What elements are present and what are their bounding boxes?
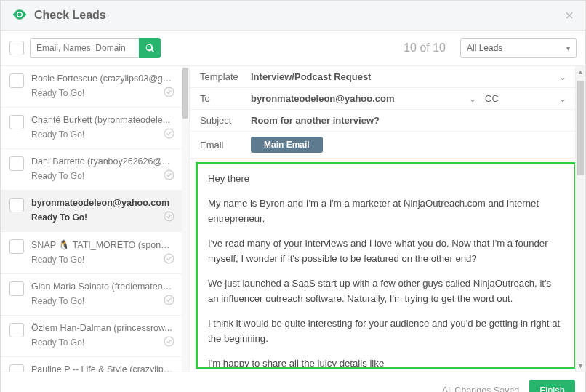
lead-status: Ready To Go! (31, 129, 84, 140)
lead-row[interactable]: SNAP 🐧 TATI_MORETO (sponge...Ready To Go… (1, 232, 182, 274)
lead-status-row: Ready To Go! (31, 253, 174, 266)
lead-info: SNAP 🐧 TATI_MORETO (sponge...Ready To Go… (31, 239, 174, 266)
lead-info: Chanté Burkett (byronmateodele...Ready T… (31, 115, 174, 141)
email-paragraph: Hey there (208, 172, 564, 186)
lead-name: Dani Barretto (ryanboy262626@... (31, 156, 174, 167)
lead-info: Gian Maria Sainato (frediemateo1...Ready… (31, 281, 174, 308)
lead-name: Chanté Burkett (byronmateodele... (31, 115, 174, 125)
email-paragraph: I've read many of your interviews and I … (208, 236, 564, 266)
lead-row[interactable]: Gian Maria Sainato (frediemateo1...Ready… (1, 274, 182, 316)
email-row: Email Main Email (190, 132, 585, 159)
email-body[interactable]: Hey thereMy name is Byron and I'm a I'm … (196, 162, 577, 369)
to-value: byronmateodeleon@yahoo.com (251, 93, 460, 104)
search-button[interactable] (139, 38, 161, 58)
lead-row[interactable]: byronmateodeleon@yahoo.comReady To Go! (1, 191, 182, 232)
template-label: Template (200, 71, 251, 82)
lead-checkbox[interactable] (9, 115, 24, 129)
lead-status-row: Ready To Go! (31, 169, 174, 183)
save-status: All Changes Saved (442, 385, 519, 393)
eye-icon (12, 9, 27, 22)
detail-scrollbar[interactable]: ▲ ▼ (575, 66, 585, 372)
lead-row[interactable]: Dani Barretto (ryanboy262626@...Ready To… (1, 149, 182, 191)
detail-pane: Template Interview/Podcast Request ⌄ To … (190, 66, 585, 372)
lead-info: Rosie Fortescue (crazylips03@gm...Ready … (31, 73, 174, 100)
lead-name: Rosie Fortescue (crazylips03@gm... (31, 73, 174, 84)
lead-status-row: Ready To Go! (31, 295, 174, 308)
to-dropdown-icon[interactable]: ⌄ (460, 94, 485, 104)
check-circle-icon (164, 295, 174, 308)
subject-row: Subject Room for another interview? (190, 110, 585, 132)
lead-checkbox[interactable] (9, 198, 24, 212)
lead-checkbox[interactable] (9, 73, 24, 88)
lead-list-wrap: Rosie Fortescue (crazylips03@gm...Ready … (1, 66, 190, 372)
lead-checkbox[interactable] (9, 323, 24, 337)
lead-checkbox[interactable] (9, 281, 24, 296)
caret-down-icon: ▾ (566, 44, 570, 52)
result-counter: 10 of 10 (404, 41, 446, 55)
lead-name: SNAP 🐧 TATI_MORETO (sponge... (31, 239, 174, 250)
scroll-up-icon[interactable]: ▲ (577, 66, 584, 78)
email-paragraph: My name is Byron and I'm a I'm a markete… (208, 196, 564, 226)
lead-name: Gian Maria Sainato (frediemateo1... (31, 281, 174, 292)
lead-status: Ready To Go! (31, 255, 84, 265)
email-paragraph: We just launched a SaaS start up with a … (208, 276, 564, 306)
lead-row[interactable]: Pauline P -- Life & Style (crazylips... (1, 357, 182, 372)
detail-rows: Template Interview/Podcast Request ⌄ To … (190, 66, 585, 159)
lead-status: Ready To Go! (31, 171, 84, 181)
lead-name: Pauline P -- Life & Style (crazylips... (31, 364, 174, 372)
list-scrollbar[interactable] (182, 66, 189, 372)
close-icon[interactable]: × (565, 8, 574, 23)
cc-dropdown-icon[interactable]: ⌄ (550, 94, 575, 104)
lead-row[interactable]: Özlem Han-Dalman (princessrow...Ready To… (1, 316, 182, 357)
toolbar: 10 of 10 All Leads ▾ (1, 31, 585, 66)
email-paragraph: I think it would be quite interesting fo… (208, 316, 564, 346)
lead-status: Ready To Go! (31, 88, 84, 98)
template-value: Interview/Podcast Request (251, 71, 550, 82)
check-circle-icon (164, 336, 174, 349)
check-circle-icon (164, 128, 174, 141)
lead-checkbox[interactable] (9, 364, 24, 372)
email-badge-wrap: Main Email (251, 137, 575, 153)
lead-checkbox[interactable] (9, 156, 24, 171)
lead-info: Pauline P -- Life & Style (crazylips... (31, 364, 174, 372)
check-leads-modal: Check Leads × 10 of 10 All Leads ▾ Rosie… (0, 0, 586, 392)
lead-status-row: Ready To Go! (31, 211, 174, 224)
lead-checkbox[interactable] (9, 239, 24, 254)
email-label: Email (200, 140, 251, 151)
main-email-badge[interactable]: Main Email (251, 137, 323, 153)
check-circle-icon (164, 211, 174, 224)
lead-status-row: Ready To Go! (31, 336, 174, 349)
subject-value: Room for another interview? (251, 115, 575, 126)
check-circle-icon (164, 87, 174, 100)
scrollbar-track (182, 66, 189, 372)
finish-button[interactable]: Finish (529, 380, 575, 392)
template-row: Template Interview/Podcast Request ⌄ (190, 66, 585, 88)
lead-row[interactable]: Rosie Fortescue (crazylips03@gm...Ready … (1, 66, 182, 108)
lead-name: Özlem Han-Dalman (princessrow... (31, 323, 174, 333)
scrollbar-track (576, 78, 585, 360)
lead-list[interactable]: Rosie Fortescue (crazylips03@gm...Ready … (1, 66, 182, 372)
search-input[interactable] (30, 38, 139, 58)
footer: All Changes Saved Finish (1, 372, 585, 392)
lead-row[interactable]: Chanté Burkett (byronmateodele...Ready T… (1, 108, 182, 149)
lead-status: Ready To Go! (31, 296, 84, 306)
lead-status: Ready To Go! (31, 212, 87, 223)
lead-name: byronmateodeleon@yahoo.com (31, 198, 174, 208)
modal-title: Check Leads (34, 9, 565, 22)
search-wrap (30, 38, 161, 58)
scroll-down-icon[interactable]: ▼ (577, 360, 584, 372)
select-all-checkbox[interactable] (9, 41, 24, 55)
modal-header: Check Leads × (1, 1, 585, 31)
lead-info: Dani Barretto (ryanboy262626@...Ready To… (31, 156, 174, 183)
cc-label: CC (485, 93, 550, 104)
email-paragraph: I'm happy to share all the juicy details… (208, 356, 564, 369)
subject-label: Subject (200, 115, 251, 126)
lead-info: byronmateodeleon@yahoo.comReady To Go! (31, 198, 174, 224)
template-dropdown-icon[interactable]: ⌄ (550, 72, 575, 82)
filter-selected-label: All Leads (467, 43, 502, 53)
lead-status-row: Ready To Go! (31, 128, 174, 141)
scrollbar-thumb[interactable] (577, 81, 584, 175)
filter-dropdown[interactable]: All Leads ▾ (460, 38, 577, 58)
modal-body: Rosie Fortescue (crazylips03@gm...Ready … (1, 66, 585, 372)
scrollbar-thumb[interactable] (182, 68, 188, 119)
